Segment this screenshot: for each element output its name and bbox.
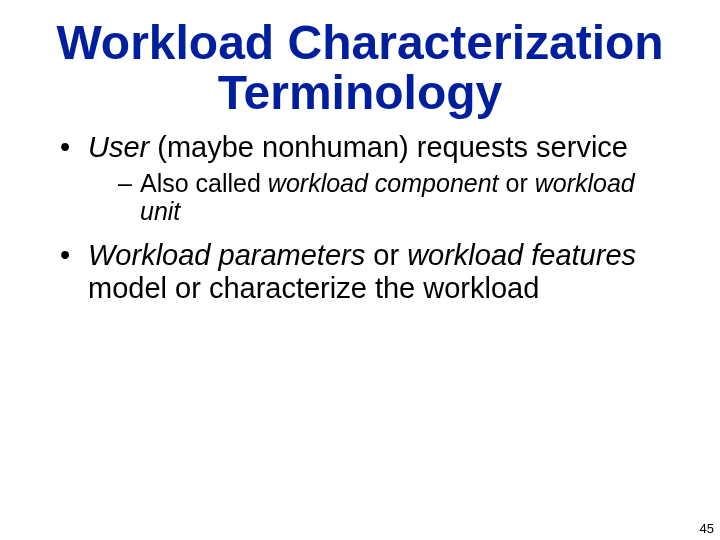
sub-bullet-text: or: [499, 169, 535, 197]
sub-bullet-list: Also called workload component or worklo…: [88, 169, 660, 225]
bullet-text-italic: workload features: [407, 239, 636, 271]
sub-bullet-text: Also called: [140, 169, 268, 197]
bullet-item: User (maybe nonhuman) requests service A…: [60, 131, 660, 225]
slide-title: Workload Characterization Terminology: [0, 0, 720, 119]
slide-body: User (maybe nonhuman) requests service A…: [0, 119, 720, 304]
bullet-text: (maybe nonhuman) requests service: [149, 131, 628, 163]
bullet-item: Workload parameters or workload features…: [60, 239, 660, 304]
page-number: 45: [700, 521, 714, 536]
bullet-text: or: [365, 239, 407, 271]
bullet-text: model or characterize the workload: [88, 272, 539, 304]
bullet-text-italic: Workload parameters: [88, 239, 365, 271]
bullet-list: User (maybe nonhuman) requests service A…: [60, 131, 660, 304]
title-line-1: Workload Characterization: [56, 16, 663, 69]
bullet-text-italic: User: [88, 131, 149, 163]
sub-bullet-item: Also called workload component or worklo…: [118, 169, 660, 225]
slide: Workload Characterization Terminology Us…: [0, 0, 720, 540]
sub-bullet-text-italic: workload component: [268, 169, 499, 197]
title-line-2: Terminology: [218, 66, 502, 119]
